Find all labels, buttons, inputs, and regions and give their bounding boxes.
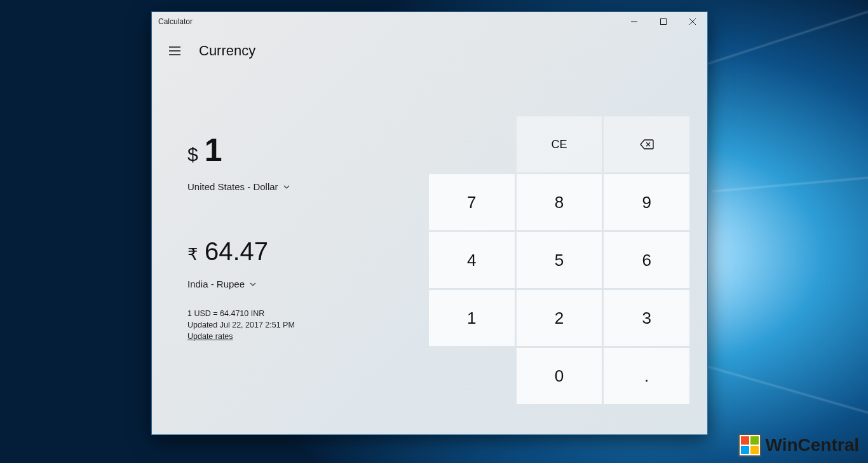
watermark: WinCentral	[735, 431, 863, 459]
rate-updated: Updated Jul 22, 2017 2:51 PM	[187, 319, 416, 331]
key-7[interactable]: 7	[429, 174, 515, 230]
close-button[interactable]	[678, 12, 707, 31]
rate-line: 1 USD = 64.4710 INR	[187, 308, 416, 319]
close-icon	[689, 18, 696, 25]
from-block: $ 1 United States - Dollar	[187, 132, 416, 193]
update-rates-link[interactable]: Update rates	[187, 331, 233, 342]
calculator-window: Calculator Currency	[151, 11, 708, 435]
key-empty	[429, 348, 515, 404]
window-controls	[620, 12, 707, 31]
key-3[interactable]: 3	[604, 290, 689, 346]
key-0[interactable]: 0	[517, 348, 602, 404]
to-unit-select[interactable]: India - Rupee	[187, 279, 256, 289]
from-unit-select[interactable]: United States - Dollar	[187, 181, 290, 192]
to-value: 64.47	[205, 237, 268, 266]
body: $ 1 United States - Dollar ₹ 64.47 India…	[152, 66, 707, 434]
key-6[interactable]: 6	[604, 232, 689, 288]
conversion-panel: $ 1 United States - Dollar ₹ 64.47 India…	[187, 66, 416, 422]
chevron-down-icon	[250, 281, 256, 287]
header: Currency	[152, 31, 707, 66]
maximize-icon	[660, 18, 667, 25]
minimize-button[interactable]	[620, 12, 649, 31]
from-unit-label: United States - Dollar	[187, 181, 278, 192]
svg-rect-1	[661, 19, 667, 25]
key-4[interactable]: 4	[429, 232, 515, 288]
from-value-line[interactable]: $ 1	[187, 132, 416, 169]
to-unit-label: India - Rupee	[187, 279, 245, 289]
key-clear-entry[interactable]: CE	[517, 116, 602, 172]
key-1[interactable]: 1	[429, 290, 515, 346]
backspace-icon	[640, 139, 654, 149]
key-5[interactable]: 5	[517, 232, 602, 288]
from-value: 1	[205, 132, 222, 169]
key-9[interactable]: 9	[604, 174, 689, 230]
to-block: ₹ 64.47 India - Rupee	[187, 237, 416, 290]
window-title: Calculator	[158, 17, 193, 26]
watermark-text: WinCentral	[765, 435, 859, 455]
from-symbol: $	[187, 144, 198, 165]
chevron-down-icon	[283, 184, 290, 190]
mode-title: Currency	[199, 43, 255, 59]
key-8[interactable]: 8	[517, 174, 602, 230]
menu-button[interactable]	[162, 38, 187, 64]
key-backspace[interactable]	[604, 116, 689, 172]
to-symbol: ₹	[187, 245, 198, 265]
hamburger-icon	[169, 46, 180, 55]
to-value-line[interactable]: ₹ 64.47	[187, 237, 416, 266]
rate-info: 1 USD = 64.4710 INR Updated Jul 22, 2017…	[187, 308, 416, 342]
key-empty	[429, 116, 515, 172]
key-decimal[interactable]: .	[604, 348, 689, 404]
keypad: CE 7 8 9 4 5 6 1 2 3 0 .	[429, 66, 689, 422]
minimize-icon	[631, 18, 637, 25]
watermark-logo-icon	[738, 434, 761, 457]
key-2[interactable]: 2	[517, 290, 602, 346]
titlebar: Calculator	[152, 12, 707, 31]
maximize-button[interactable]	[649, 12, 678, 31]
